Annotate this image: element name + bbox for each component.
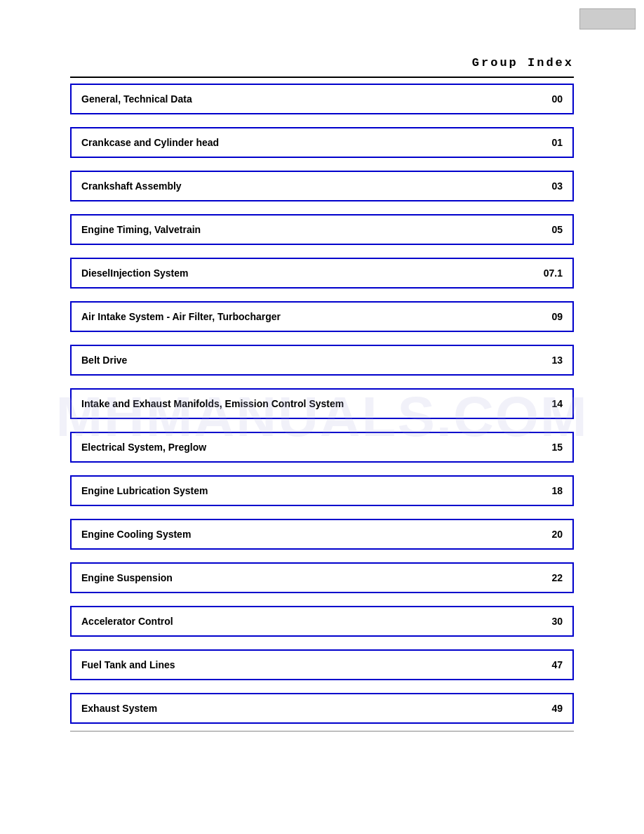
entry-label: Crankcase and Cylinder head [81, 137, 219, 148]
entry-gap [70, 383, 574, 388]
page-title: Group Index [0, 0, 644, 70]
index-entry[interactable]: DieselInjection System07.1 [70, 258, 574, 289]
entry-label: Electrical System, Preglow [81, 442, 206, 453]
entry-number: 49 [551, 703, 563, 714]
entry-label: General, Technical Data [81, 93, 192, 105]
entry-gap [70, 644, 574, 649]
entry-number: 00 [551, 93, 563, 105]
index-list: General, Technical Data00Crankcase and C… [70, 84, 574, 724]
entry-label: Accelerator Control [81, 616, 173, 627]
entry-number: 14 [551, 398, 563, 409]
index-entry[interactable]: Fuel Tank and Lines47 [70, 649, 574, 680]
entry-number: 20 [551, 529, 563, 540]
index-entry[interactable]: Engine Timing, Valvetrain05 [70, 214, 574, 245]
index-entry[interactable]: Belt Drive13 [70, 345, 574, 376]
entry-gap [70, 121, 574, 127]
entry-number: 13 [551, 355, 563, 366]
index-entry[interactable]: Engine Suspension22 [70, 562, 574, 593]
entry-number: 15 [551, 442, 563, 453]
content-area: General, Technical Data00Crankcase and C… [0, 77, 644, 762]
entry-gap [70, 513, 574, 519]
entry-gap [70, 687, 574, 693]
entry-label: Engine Timing, Valvetrain [81, 224, 201, 235]
entry-number: 09 [551, 311, 563, 322]
entry-label: DieselInjection System [81, 267, 189, 279]
index-entry[interactable]: Crankcase and Cylinder head01 [70, 127, 574, 158]
entry-gap [70, 208, 574, 214]
index-entry[interactable]: Exhaust System49 [70, 693, 574, 724]
index-entry[interactable]: Electrical System, Preglow15 [70, 432, 574, 463]
index-entry[interactable]: Engine Lubrication System18 [70, 475, 574, 506]
index-entry[interactable]: Crankshaft Assembly03 [70, 171, 574, 201]
entry-gap [70, 470, 574, 475]
entry-number: 22 [551, 572, 563, 583]
entry-number: 01 [551, 137, 563, 148]
entry-label: Air Intake System - Air Filter, Turbocha… [81, 311, 281, 322]
entry-label: Crankshaft Assembly [81, 180, 182, 192]
entry-label: Fuel Tank and Lines [81, 659, 175, 670]
entry-number: 03 [551, 180, 563, 192]
entry-label: Belt Drive [81, 355, 127, 366]
entry-gap [70, 426, 574, 432]
entry-gap [70, 165, 574, 171]
entry-number: 30 [551, 616, 563, 627]
index-entry[interactable]: General, Technical Data00 [70, 84, 574, 114]
entry-label: Engine Cooling System [81, 529, 191, 540]
entry-label: Exhaust System [81, 703, 157, 714]
entry-label: Intake and Exhaust Manifolds, Emission C… [81, 398, 344, 409]
index-entry[interactable]: Accelerator Control30 [70, 606, 574, 637]
entry-gap [70, 600, 574, 606]
entry-number: 07.1 [544, 267, 563, 279]
entry-label: Engine Suspension [81, 572, 173, 583]
index-entry[interactable]: Air Intake System - Air Filter, Turbocha… [70, 301, 574, 332]
entry-gap [70, 252, 574, 258]
entry-gap [70, 557, 574, 562]
bottom-divider [70, 731, 574, 732]
entry-number: 18 [551, 485, 563, 496]
entry-gap [70, 296, 574, 301]
entry-number: 05 [551, 224, 563, 235]
entry-number: 47 [551, 659, 563, 670]
top-right-box [579, 8, 636, 29]
entry-label: Engine Lubrication System [81, 485, 208, 496]
index-entry[interactable]: Intake and Exhaust Manifolds, Emission C… [70, 388, 574, 419]
entry-gap [70, 339, 574, 345]
index-entry[interactable]: Engine Cooling System20 [70, 519, 574, 550]
